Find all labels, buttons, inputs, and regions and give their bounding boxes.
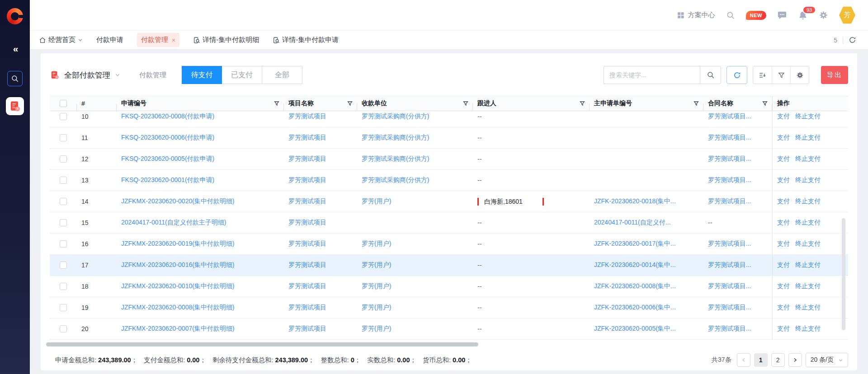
view-selector[interactable]: ¥ 全部付款管理 [50,70,120,80]
solution-center-button[interactable]: 方案中心 [677,11,715,19]
segment-3[interactable]: 全部 [262,66,302,84]
tab-2[interactable]: 付款申请 [96,36,123,44]
payee-link[interactable]: 罗芳测试采购商(分供方) [357,155,473,163]
action-pay-link[interactable]: 支付 [777,219,790,227]
action-pay-link[interactable]: 支付 [777,197,790,206]
contract-name-link[interactable]: 罗芳测试项目... [703,176,772,184]
contract-name-link[interactable]: 罗芳测试项目... [703,304,772,312]
new-badge[interactable]: NEW [746,11,766,20]
payee-link[interactable]: 罗芳(用户) [357,240,473,248]
action-pay-link[interactable]: 支付 [777,304,790,312]
apply-no-link[interactable]: 20240417-0011(自定义付款主子明细) [117,219,284,227]
action-stop-pay-link[interactable]: 终止支付 [795,325,821,333]
filter-icon[interactable] [347,101,353,106]
action-pay-link[interactable]: 支付 [777,155,790,163]
contract-name-link[interactable]: 罗芳测试项目... [703,112,772,121]
action-pay-link[interactable]: 支付 [777,176,790,184]
chat-icon[interactable] [777,10,787,20]
action-stop-pay-link[interactable]: 终止支付 [795,261,821,269]
search-icon[interactable] [726,11,735,20]
payee-link[interactable]: 罗芳测试采购商(分供方) [357,176,473,184]
action-stop-pay-link[interactable]: 终止支付 [795,282,821,290]
action-stop-pay-link[interactable]: 终止支付 [795,197,821,206]
action-pay-link[interactable]: 支付 [777,112,790,121]
project-name-link[interactable]: 罗芳测试项目 [284,325,357,333]
project-name-link[interactable]: 罗芳测试项目 [284,197,357,206]
avatar[interactable]: 芳 [839,6,855,24]
master-apply-no-link[interactable]: JZFK-20230620-0018(集中... [590,197,703,206]
filter-button[interactable] [772,66,790,84]
apply-no-link[interactable]: JZFKMX-20230620-0020(集中付款明细) [117,197,284,206]
apply-no-link[interactable]: FKSQ-20230620-0006(付款申请) [117,134,284,142]
action-pay-link[interactable]: 支付 [777,325,790,333]
master-apply-no-link[interactable]: 20240417-0011(自定义付... [590,219,703,227]
action-pay-link[interactable]: 支付 [777,134,790,142]
row-checkbox[interactable] [60,262,67,269]
notifications-button[interactable]: 93 [798,10,808,20]
collapse-sidebar-icon[interactable]: « [0,43,30,54]
tab-4[interactable]: 详情-集中付款明细 [193,36,259,44]
project-name-link[interactable]: 罗芳测试项目 [284,240,357,248]
row-height-button[interactable] [753,66,772,84]
master-apply-no-link[interactable]: JZFK-20230620-0014(集中... [590,261,703,269]
next-page-button[interactable] [788,353,802,367]
payee-link[interactable]: 罗芳(用户) [357,282,473,290]
master-apply-no-link[interactable]: JZFK-20230620-0017(集中... [590,240,703,248]
tab-close-icon[interactable]: × [172,37,175,44]
contract-name-link[interactable]: 罗芳测试项目... [703,197,772,206]
contract-name-link[interactable]: 罗芳测试项目... [703,282,772,290]
row-checkbox[interactable] [60,283,67,290]
row-checkbox[interactable] [60,240,67,248]
project-name-link[interactable]: 罗芳测试项目 [284,219,357,227]
apply-no-link[interactable]: FKSQ-20230620-0001(付款申请) [117,176,284,184]
search-input[interactable] [604,66,700,84]
segment-2[interactable]: 已支付 [222,66,262,84]
row-checkbox[interactable] [60,177,67,184]
apply-no-link[interactable]: FKSQ-20230620-0005(付款申请) [117,155,284,163]
tab-3[interactable]: 付款管理× [137,33,179,47]
payee-link[interactable]: 罗芳(用户) [357,325,473,333]
master-apply-no-link[interactable]: JZFK-20230620-0008(集中... [590,282,703,290]
refresh-tab-icon[interactable] [849,36,856,44]
tab-5[interactable]: 详情-集中付款申请 [273,36,339,44]
page-button-2[interactable]: 2 [771,353,785,367]
filter-icon[interactable] [693,101,699,106]
filter-icon[interactable] [762,101,768,106]
apply-no-link[interactable]: JZFKMX-20230620-0010(集中付款明细) [117,282,284,290]
apply-no-link[interactable]: JZFKMX-20230620-0008(集中付款明细) [117,304,284,312]
row-checkbox[interactable] [60,134,67,141]
project-name-link[interactable]: 罗芳测试项目 [284,134,357,142]
prev-page-button[interactable] [737,353,750,367]
project-name-link[interactable]: 罗芳测试项目 [284,282,357,290]
action-stop-pay-link[interactable]: 终止支付 [795,304,821,312]
sidebar-item-search[interactable] [7,71,23,86]
filter-icon[interactable] [463,101,468,106]
project-name-link[interactable]: 罗芳测试项目 [284,261,357,269]
action-pay-link[interactable]: 支付 [777,282,790,290]
row-checkbox[interactable] [60,304,67,311]
search-button[interactable] [700,66,721,84]
vertical-scrollbar[interactable] [842,218,845,330]
master-apply-no-link[interactable]: JZFK-20230620-0006(集中... [590,304,703,312]
action-stop-pay-link[interactable]: 终止支付 [795,240,821,248]
project-name-link[interactable]: 罗芳测试项目 [284,112,357,121]
gear-icon[interactable] [819,10,828,20]
action-stop-pay-link[interactable]: 终止支付 [795,176,821,184]
payee-link[interactable]: 罗芳(用户) [357,261,473,269]
apply-no-link[interactable]: JZFKMX-20230620-0016(集中付款明细) [117,261,284,269]
select-all-checkbox[interactable] [60,100,67,107]
payee-link[interactable]: 罗芳(用户) [357,304,473,312]
filter-icon[interactable] [580,101,585,106]
horizontal-scrollbar[interactable] [46,342,478,346]
action-stop-pay-link[interactable]: 终止支付 [795,155,821,163]
row-checkbox[interactable] [60,198,67,205]
action-stop-pay-link[interactable]: 终止支付 [795,219,821,227]
page-button-1[interactable]: 1 [754,353,768,367]
row-checkbox[interactable] [60,219,67,226]
payee-link[interactable]: 罗芳测试采购商(分供方) [357,134,473,142]
contract-name-link[interactable]: 罗芳测试项目... [703,325,772,333]
apply-no-link[interactable]: JZFKMX-20230620-0007(集中付款明细) [117,325,284,333]
master-apply-no-link[interactable]: JZFK-20230620-0005(集中... [590,325,703,333]
tab-1[interactable]: 经营首页 [39,36,83,44]
row-checkbox[interactable] [60,155,67,163]
